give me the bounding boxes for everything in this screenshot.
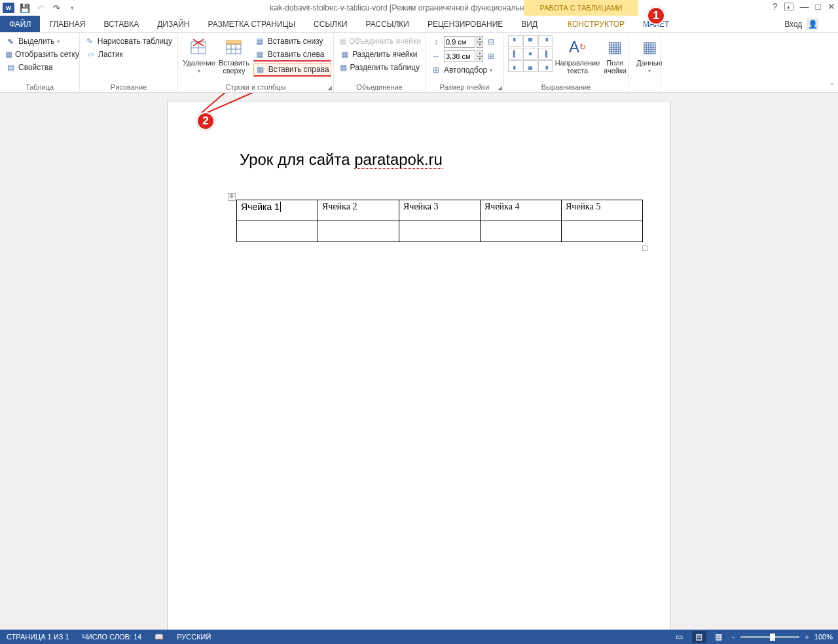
tab-page-layout[interactable]: РАЗМЕТКА СТРАНИЦЫ bbox=[199, 16, 305, 32]
insert-left-button[interactable]: ▦Вставить слева bbox=[253, 48, 331, 62]
data-button[interactable]: ▦ Данные▾ bbox=[632, 35, 666, 75]
autofit-button[interactable]: ⊞Автоподбор▾ bbox=[429, 64, 500, 76]
align-tc[interactable]: ▀ bbox=[523, 35, 537, 47]
distribute-rows-icon[interactable]: ⊟ bbox=[486, 37, 496, 47]
status-language[interactable]: РУССКИЙ bbox=[170, 633, 217, 641]
draw-table-button[interactable]: ✎Нарисовать таблицу bbox=[84, 35, 173, 47]
zoom-in[interactable]: + bbox=[805, 633, 809, 641]
table-cell[interactable]: Ячейка 3 bbox=[399, 200, 481, 221]
table-cell[interactable] bbox=[399, 221, 481, 242]
insert-above-button[interactable]: Вставить сверху bbox=[217, 35, 251, 79]
table-resize-handle[interactable] bbox=[642, 245, 647, 251]
close-icon[interactable]: ✕ bbox=[828, 1, 835, 12]
delete-table-icon bbox=[189, 37, 210, 58]
text-direction-icon: A↻ bbox=[567, 37, 588, 58]
select-button[interactable]: ⬉Выделить▾ bbox=[4, 35, 75, 47]
tab-review[interactable]: РЕЦЕНЗИРОВАНИЕ bbox=[418, 16, 512, 32]
ribbon-display-icon[interactable]: ▴ bbox=[784, 3, 793, 10]
rows-cols-dialog-launcher[interactable]: ◢ bbox=[327, 84, 332, 91]
document-heading[interactable]: Урок для сайта paratapok.ru bbox=[240, 151, 443, 169]
tab-home[interactable]: ГЛАВНАЯ bbox=[40, 16, 94, 32]
align-ml[interactable]: ▌ bbox=[508, 48, 522, 60]
save-icon[interactable]: 💾 bbox=[20, 3, 30, 13]
col-width-input[interactable] bbox=[444, 50, 475, 62]
qat-customize-icon[interactable]: ▾ bbox=[67, 3, 77, 13]
document-page[interactable]: Урок для сайта paratapok.ru ✥ Ячейка 1 Я… bbox=[167, 101, 671, 630]
align-tl[interactable]: ▘ bbox=[508, 35, 522, 47]
zoom-out[interactable]: − bbox=[731, 633, 735, 641]
table-cell[interactable]: Ячейка 2 bbox=[318, 200, 399, 221]
help-icon[interactable]: ? bbox=[773, 1, 778, 12]
zoom-level[interactable]: 100% bbox=[814, 633, 833, 641]
view-print-layout[interactable]: ▤ bbox=[692, 631, 706, 643]
row-height-control[interactable]: ↕▲▼⊟ bbox=[429, 35, 500, 48]
tab-view[interactable]: ВИД bbox=[512, 16, 547, 32]
insert-col-right-icon: ▦ bbox=[255, 64, 266, 75]
row-height-input[interactable] bbox=[444, 36, 475, 48]
split-cells-button[interactable]: ▦Разделить ячейки bbox=[338, 48, 421, 60]
zoom-slider[interactable] bbox=[740, 636, 799, 638]
col-width-control[interactable]: ↔▲▼⊞ bbox=[429, 50, 500, 63]
insert-row-above-icon bbox=[223, 37, 244, 58]
view-web-layout[interactable]: ▦ bbox=[712, 631, 726, 643]
width-up[interactable]: ▲ bbox=[477, 50, 483, 56]
autofit-icon: ⊞ bbox=[431, 65, 441, 75]
split-table-button[interactable]: ▦Разделить таблицу bbox=[338, 62, 421, 73]
cell-margins-button[interactable]: ▦ Поля ячейки bbox=[602, 35, 628, 76]
properties-button[interactable]: ▤Свойства bbox=[4, 62, 75, 73]
cell-margins-icon: ▦ bbox=[604, 37, 625, 58]
tab-insert[interactable]: ВСТАВКА bbox=[94, 16, 148, 32]
view-gridlines-button[interactable]: ▦Отобразить сетку bbox=[4, 48, 75, 60]
status-proofing-icon[interactable]: 📖 bbox=[148, 633, 170, 641]
table-move-handle[interactable]: ✥ bbox=[228, 193, 236, 201]
word-app-icon: W bbox=[3, 3, 14, 13]
tab-references[interactable]: ССЫЛКИ bbox=[304, 16, 356, 32]
eraser-button[interactable]: ▱Ластик bbox=[84, 48, 173, 60]
split-table-icon: ▦ bbox=[339, 62, 348, 73]
table-cell[interactable] bbox=[481, 221, 562, 242]
text-direction-button[interactable]: A↻ Направление текста bbox=[554, 35, 601, 76]
cell-size-dialog-launcher[interactable]: ◢ bbox=[498, 84, 502, 91]
tab-file[interactable]: ФАЙЛ bbox=[0, 16, 40, 32]
tab-design[interactable]: ДИЗАЙН bbox=[148, 16, 198, 32]
undo-icon[interactable]: ↶ bbox=[35, 3, 46, 13]
align-mc[interactable]: ■ bbox=[523, 48, 537, 60]
user-avatar-icon[interactable]: 👤 bbox=[807, 18, 818, 30]
eraser-icon: ▱ bbox=[85, 49, 96, 60]
height-down[interactable]: ▼ bbox=[477, 42, 483, 48]
maximize-icon[interactable]: □ bbox=[816, 1, 821, 12]
minimize-icon[interactable]: — bbox=[800, 1, 809, 12]
table-cell[interactable] bbox=[237, 221, 318, 242]
group-label-alignment: Выравнивание bbox=[508, 82, 624, 92]
align-br[interactable]: ▗ bbox=[538, 60, 553, 72]
tab-mailings[interactable]: РАССЫЛКИ bbox=[357, 16, 418, 32]
grid-icon: ▦ bbox=[5, 49, 12, 60]
distribute-cols-icon[interactable]: ⊞ bbox=[486, 51, 496, 62]
insert-below-button[interactable]: ▦Вставить снизу bbox=[253, 35, 331, 47]
collapse-ribbon-icon[interactable]: ˄ bbox=[830, 82, 834, 91]
redo-icon[interactable]: ↷ bbox=[51, 3, 62, 13]
align-tr[interactable]: ▝ bbox=[538, 35, 553, 47]
insert-right-button[interactable]: ▦Вставить справа bbox=[253, 63, 331, 77]
status-word-count[interactable]: ЧИСЛО СЛОВ: 14 bbox=[76, 633, 149, 641]
group-label-table: Таблица bbox=[4, 82, 75, 92]
table-cell[interactable]: Ячейка 4 bbox=[481, 200, 562, 221]
tab-table-design[interactable]: КОНСТРУКТОР bbox=[558, 16, 634, 32]
table-cell[interactable]: Ячейка 5 bbox=[562, 200, 643, 221]
delete-button[interactable]: Удаление▾ bbox=[182, 35, 216, 79]
row-height-icon: ↕ bbox=[431, 37, 441, 47]
sign-in-link[interactable]: Вход bbox=[784, 20, 802, 29]
align-bl[interactable]: ▖ bbox=[508, 60, 522, 72]
align-bc[interactable]: ▄ bbox=[523, 60, 537, 72]
view-read-mode[interactable]: ▭ bbox=[672, 631, 687, 643]
document-table[interactable]: Ячейка 1 Ячейка 2 Ячейка 3 Ячейка 4 Ячей… bbox=[236, 200, 643, 242]
width-down[interactable]: ▼ bbox=[477, 56, 483, 62]
align-mr[interactable]: ▐ bbox=[538, 48, 553, 60]
table-cell[interactable] bbox=[318, 221, 399, 242]
status-page[interactable]: СТРАНИЦА 1 ИЗ 1 bbox=[0, 633, 76, 641]
group-label-rows-cols: Строки и столбцы bbox=[182, 82, 329, 92]
table-cell[interactable] bbox=[562, 221, 643, 242]
height-up[interactable]: ▲ bbox=[477, 36, 483, 42]
table-cell: Ячейка 1 bbox=[237, 200, 318, 221]
properties-icon: ▤ bbox=[5, 62, 16, 73]
